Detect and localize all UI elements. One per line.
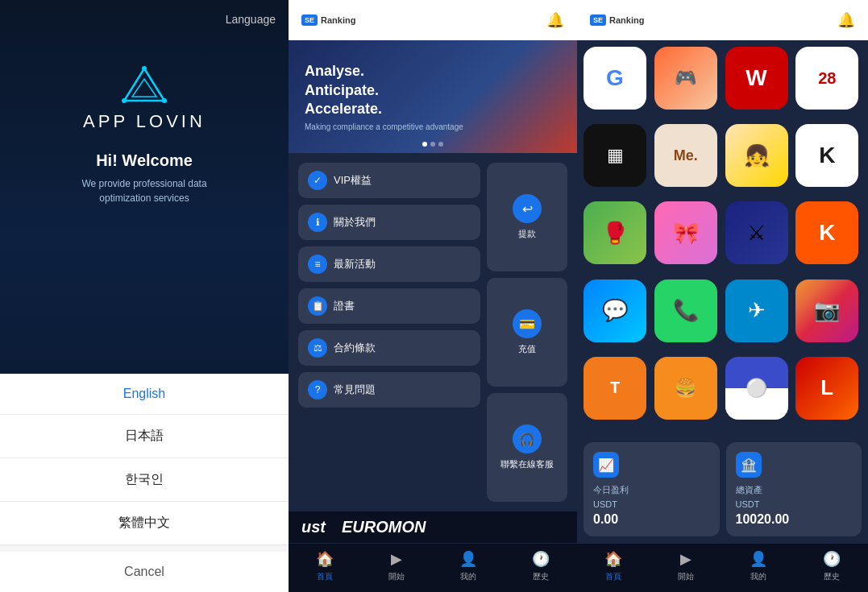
app-messenger[interactable]: 💬 bbox=[584, 279, 646, 342]
profit-currency: USDT bbox=[593, 499, 710, 509]
vip-label: VIP權益 bbox=[334, 173, 372, 188]
app-manga[interactable]: 🎀 bbox=[654, 201, 717, 264]
stats-section: 📈 今日盈利 USDT 0.00 🏦 總資產 USDT 10020.00 bbox=[577, 436, 868, 543]
daily-profit-card: 📈 今日盈利 USDT 0.00 bbox=[584, 442, 720, 536]
nav-start[interactable]: ▶ 開始 bbox=[388, 550, 405, 582]
lang-option-japanese[interactable]: 日本語 bbox=[0, 415, 289, 458]
nav-history[interactable]: 🕐 歷史 bbox=[532, 550, 550, 582]
svg-point-4 bbox=[122, 98, 127, 103]
lang-option-chinese[interactable]: 繁體中文 bbox=[0, 502, 289, 545]
language-label[interactable]: Language bbox=[226, 13, 276, 26]
events-label: 最新活動 bbox=[334, 257, 376, 271]
nav-home[interactable]: 🏠 首頁 bbox=[316, 550, 334, 582]
app-tetris[interactable]: ▦ bbox=[584, 124, 646, 187]
notification-bell-icon-3[interactable]: 🔔 bbox=[837, 11, 855, 29]
nav3-home[interactable]: 🏠 首頁 bbox=[604, 550, 622, 582]
app-game2[interactable]: 🥊 bbox=[584, 201, 646, 264]
subtitle: We provide professional data optimizatio… bbox=[81, 176, 206, 205]
menu-withdraw[interactable]: ↩ 提款 bbox=[487, 163, 567, 271]
menu-vip[interactable]: ✓ VIP權益 bbox=[298, 163, 480, 198]
faq-label: 常見問題 bbox=[334, 383, 376, 397]
lang-cancel-button[interactable]: Cancel bbox=[0, 552, 289, 592]
menu-recharge[interactable]: 💳 充值 bbox=[487, 278, 567, 387]
notification-bell-icon[interactable]: 🔔 bbox=[546, 11, 564, 29]
about-icon: ℹ bbox=[308, 213, 327, 232]
menu-about[interactable]: ℹ 關於我們 bbox=[298, 205, 480, 240]
nav3-history[interactable]: 🕐 歷史 bbox=[823, 550, 841, 582]
lang-option-korean[interactable]: 한국인 bbox=[0, 458, 289, 502]
app-me[interactable]: Me. bbox=[654, 124, 717, 187]
svg-point-2 bbox=[142, 66, 147, 71]
app-game1[interactable]: 🎮 bbox=[654, 47, 717, 110]
history3-icon: 🕐 bbox=[823, 550, 841, 568]
menu-events[interactable]: ≡ 最新活動 bbox=[298, 246, 480, 282]
banner-dots bbox=[422, 142, 443, 147]
app-calendar[interactable]: 28 bbox=[795, 47, 858, 110]
app-kik[interactable]: K bbox=[795, 124, 858, 187]
support-label: 聯繫在線客服 bbox=[500, 458, 554, 470]
menu-grid: ✓ VIP權益 ℹ 關於我們 ≡ 最新活動 📋 證書 ⚖ 合約條款 ? 常見問題 bbox=[289, 153, 577, 511]
app-anime[interactable]: 👧 bbox=[725, 124, 788, 187]
banner-line2: Anticipate. bbox=[305, 81, 561, 100]
app-pokemon-go[interactable]: ⚪ bbox=[725, 357, 788, 420]
total-assets-card: 🏦 總資產 USDT 10020.00 bbox=[726, 442, 862, 536]
app-instagram[interactable]: 📷 bbox=[795, 279, 858, 342]
faq-icon: ? bbox=[308, 380, 327, 399]
panel-login: Language APP LOVIN Hi! Welcome We provid… bbox=[0, 0, 289, 592]
app-jumia[interactable]: 🍔 bbox=[654, 357, 717, 420]
app-whatsapp[interactable]: 📞 bbox=[654, 279, 717, 342]
se-logo-text: Ranking bbox=[321, 15, 355, 25]
app-trendyol[interactable]: T bbox=[584, 357, 646, 420]
dot-1 bbox=[422, 142, 427, 147]
app-lol[interactable]: L bbox=[795, 357, 858, 420]
my3-icon: 👤 bbox=[750, 550, 767, 568]
banner-line3: Accelerate. bbox=[305, 100, 561, 118]
start3-label: 開始 bbox=[678, 571, 694, 582]
terms-icon: ⚖ bbox=[308, 338, 327, 358]
home3-icon: 🏠 bbox=[604, 550, 622, 568]
panel-se-ranking: SE Ranking 🔔 Analyse. Anticipate. Accele… bbox=[289, 0, 577, 592]
nav-my[interactable]: 👤 我的 bbox=[459, 550, 477, 582]
recharge-icon: 💳 bbox=[513, 309, 542, 338]
menu-terms[interactable]: ⚖ 合約條款 bbox=[298, 330, 480, 366]
menu-support[interactable]: 🎧 聯繫在線客服 bbox=[487, 393, 567, 502]
panel2-header: SE Ranking 🔔 bbox=[289, 0, 577, 40]
banner-sub: Making compliance a competitive advantag… bbox=[305, 122, 561, 131]
app-clash[interactable]: ⚔ bbox=[725, 201, 788, 264]
recharge-label: 充值 bbox=[518, 343, 536, 355]
app-telegram[interactable]: ✈ bbox=[725, 279, 788, 342]
profit-icon: 📈 bbox=[593, 452, 619, 478]
panel3-header: SE Ranking 🔔 bbox=[577, 0, 868, 40]
home3-label: 首頁 bbox=[605, 571, 621, 582]
sponsor-ust: ust bbox=[301, 518, 326, 536]
support-icon: 🎧 bbox=[513, 424, 542, 453]
assets-icon: 🏦 bbox=[736, 452, 762, 478]
my-label: 我的 bbox=[460, 571, 476, 582]
banner: Analyse. Anticipate. Accelerate. Making … bbox=[289, 40, 577, 153]
nav3-start[interactable]: ▶ 開始 bbox=[678, 550, 694, 582]
app-lovin-logo bbox=[120, 64, 168, 105]
lang-option-english[interactable]: English bbox=[0, 374, 289, 415]
history-icon: 🕐 bbox=[532, 550, 550, 568]
app-wps[interactable]: W bbox=[725, 47, 788, 110]
events-icon: ≡ bbox=[308, 255, 327, 274]
app-name: APP LOVIN bbox=[83, 111, 206, 132]
nav3-my[interactable]: 👤 我的 bbox=[750, 550, 767, 582]
vip-icon: ✓ bbox=[308, 171, 327, 190]
withdraw-icon: ↩ bbox=[513, 194, 542, 223]
withdraw-label: 提款 bbox=[518, 228, 536, 240]
menu-faq[interactable]: ? 常見問題 bbox=[298, 372, 480, 408]
menu-cert[interactable]: 📋 證書 bbox=[298, 288, 480, 324]
logo-area: APP LOVIN bbox=[83, 64, 206, 132]
svg-marker-0 bbox=[124, 68, 164, 101]
sponsor-euromon: EUROMON bbox=[342, 518, 426, 536]
home-icon: 🏠 bbox=[316, 550, 334, 568]
start-icon: ▶ bbox=[391, 550, 402, 568]
dot-2 bbox=[430, 142, 435, 147]
banner-text: Analyse. Anticipate. Accelerate. Making … bbox=[305, 62, 561, 130]
app-google-translate[interactable]: G bbox=[584, 47, 646, 110]
app-kk[interactable]: K bbox=[795, 201, 858, 264]
se-logo-text-3: Ranking bbox=[609, 15, 644, 25]
language-selector: English 日本語 한국인 繁體中文 Cancel bbox=[0, 374, 289, 592]
menu-right: ↩ 提款 💳 充值 🎧 聯繫在線客服 bbox=[487, 163, 567, 502]
